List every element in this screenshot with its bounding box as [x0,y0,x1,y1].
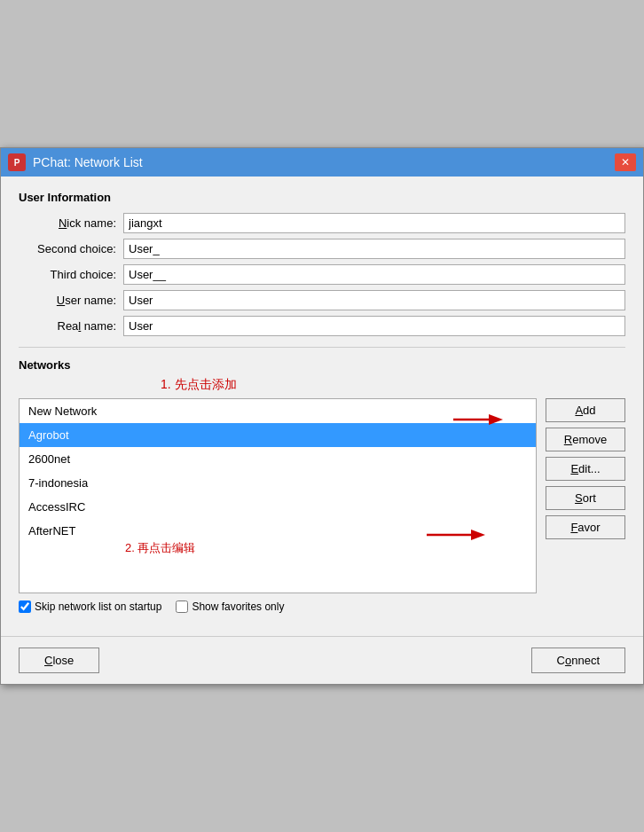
add-button[interactable]: Add [546,398,625,422]
titlebar-left: P PChat: Network List [8,153,143,171]
content-area: User Information Nick name: Second choic… [1,177,643,627]
list-item[interactable]: 2600net [20,447,536,471]
list-item[interactable]: AccessIRC [20,495,536,519]
nick-field-row: Nick name: [19,213,625,233]
sort-button[interactable]: Sort [546,486,625,510]
window-close-button[interactable]: ✕ [615,153,636,171]
skip-network-checkbox[interactable] [19,600,31,613]
skip-network-checkbox-label[interactable]: Skip network list on startup [19,600,161,613]
networks-buttons: Add Remove Edit... Sort Favor [546,398,625,539]
remove-button[interactable]: Remove [546,428,625,451]
section-divider [19,347,625,348]
networks-list[interactable]: New Network Agrobot 2600net 7-indonesia … [19,398,537,593]
username-input[interactable] [123,290,625,310]
third-label: Third choice: [19,268,116,281]
third-field-row: Third choice: [19,264,625,285]
main-window: P PChat: Network List ✕ User Information… [0,147,644,685]
close-button[interactable]: Close [19,648,99,673]
username-field-row: User name: [19,290,625,310]
networks-section-title: Networks [19,358,625,372]
nick-label: Nick name: [19,216,116,230]
realname-label: Real name: [19,319,116,333]
networks-section: Networks 1. 先点击添加 New Network Agrobot 26… [19,358,625,613]
second-input[interactable] [123,239,625,259]
connect-button[interactable]: Connect [531,648,625,673]
edit-button[interactable]: Edit... [546,457,625,481]
skip-network-label: Skip network list on startup [35,600,161,613]
realname-input[interactable] [123,316,625,336]
list-item[interactable]: 7-indonesia [20,471,536,495]
app-icon: P [8,153,26,171]
second-field-row: Second choice: [19,239,625,259]
networks-body: New Network Agrobot 2600net 7-indonesia … [19,398,625,593]
favor-button[interactable]: Favor [546,515,625,539]
user-info-section-title: User Information [19,191,625,204]
titlebar: P PChat: Network List ✕ [1,148,643,177]
titlebar-title: PChat: Network List [33,155,143,169]
list-item[interactable]: New Network [20,399,536,423]
second-label: Second choice: [19,242,116,255]
show-favs-label: Show favorites only [192,600,284,613]
bottom-bar: Close Connect [1,636,643,684]
nick-input[interactable] [123,213,625,233]
username-label: User name: [19,294,116,307]
third-input[interactable] [123,264,625,285]
list-item[interactable]: AfterNET [20,519,536,543]
show-favs-checkbox-label[interactable]: Show favorites only [176,600,284,613]
realname-field-row: Real name: [19,316,625,336]
show-favs-checkbox[interactable] [176,600,188,613]
checkboxes-row: Skip network list on startup Show favori… [19,600,625,613]
annotation-top: 1. 先点击添加 [161,377,625,393]
networks-wrapper: New Network Agrobot 2600net 7-indonesia … [19,398,625,593]
list-item[interactable]: Agrobot [20,423,536,447]
